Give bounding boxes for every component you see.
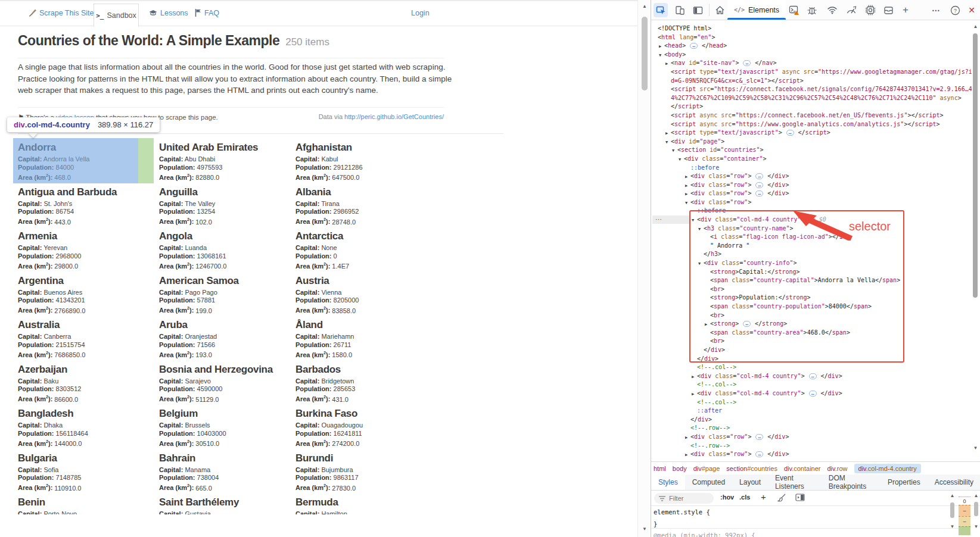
- expand-ellipsis-button[interactable]: …: [809, 373, 817, 379]
- computed-pane-toggle-icon[interactable]: [795, 494, 805, 501]
- dom-tree-line[interactable]: <!DOCTYPE html>: [651, 24, 972, 33]
- dom-tree-line[interactable]: <script async src="https://www.google-an…: [651, 120, 972, 129]
- scroll-up-arrow[interactable]: ▲: [972, 24, 979, 29]
- dom-scrollbar-thumb[interactable]: [973, 33, 978, 298]
- dom-tree-line[interactable]: </h3>: [651, 250, 972, 259]
- dom-tree-scrollbar[interactable]: ▲ ▼: [972, 21, 979, 458]
- scrollbar-thumb[interactable]: [950, 502, 954, 518]
- scroll-down-arrow[interactable]: ▼: [638, 526, 651, 532]
- dom-tree-line[interactable]: </script>: [651, 102, 972, 111]
- dom-tree-line[interactable]: ▶<nav id="site-nav"> … </nav>: [651, 59, 972, 68]
- close-icon[interactable]: ✕: [965, 3, 979, 17]
- dom-tree-line[interactable]: <!--.col-->: [651, 363, 972, 372]
- new-style-rule-icon[interactable]: +: [761, 492, 766, 502]
- collapse-arrow-icon[interactable]: ▼: [659, 51, 664, 60]
- box-model-scrollbar[interactable]: ▲ ▼: [972, 491, 980, 537]
- sidebar-tab-computed[interactable]: Computed: [685, 474, 732, 490]
- dom-tree-line[interactable]: ▼<div id="page">: [651, 138, 972, 146]
- breadcrumb-item[interactable]: div#page: [693, 465, 720, 472]
- dom-tree-line[interactable]: ▼<div class="container">: [651, 155, 972, 164]
- expand-arrow-icon[interactable]: ▶: [685, 182, 690, 191]
- styles-scrollbar[interactable]: ▲ ▼: [948, 491, 956, 537]
- dom-tree-line[interactable]: <script src="https://connect.facebook.ne…: [651, 85, 972, 94]
- breadcrumb-item[interactable]: html: [654, 465, 666, 472]
- sidebar-tab-event-listeners[interactable]: Event Listeners: [768, 474, 822, 490]
- breadcrumb-item[interactable]: div.col-md-4.country: [854, 464, 921, 473]
- nav-lessons-link[interactable]: Lessons: [149, 9, 188, 17]
- dom-tree-line[interactable]: " Andorra ": [651, 242, 972, 251]
- dom-tree-line[interactable]: <strong>Population:</strong>: [651, 294, 972, 302]
- toggle-hov-button[interactable]: :hov: [720, 494, 734, 501]
- expand-ellipsis-button[interactable]: …: [755, 451, 763, 457]
- dom-tree-line[interactable]: ▶<div class="row"> … </div>: [651, 189, 972, 198]
- collapse-arrow-icon[interactable]: ▼: [692, 216, 697, 225]
- home-icon[interactable]: [713, 3, 727, 17]
- more-options-icon[interactable]: ⋯: [929, 3, 943, 17]
- scroll-up-arrow[interactable]: ▲: [638, 4, 651, 9]
- dom-tree-line[interactable]: ▶<head> … </head>: [651, 42, 972, 51]
- collapse-arrow-icon[interactable]: ▼: [679, 155, 684, 164]
- expand-arrow-icon[interactable]: ▶: [685, 451, 690, 460]
- sidebar-tab-layout[interactable]: Layout: [732, 474, 768, 490]
- tab-elements[interactable]: </> Elements: [727, 0, 786, 20]
- expand-ellipsis-button[interactable]: …: [755, 182, 763, 188]
- dom-tree-line[interactable]: ▶<div class="row"> … </div>: [651, 172, 972, 181]
- expand-arrow-icon[interactable]: ▶: [692, 373, 697, 382]
- inspect-element-icon[interactable]: [654, 3, 668, 17]
- page-scrollbar-thumb[interactable]: [642, 17, 648, 90]
- dock-side-icon[interactable]: [690, 3, 705, 17]
- dom-tree-line[interactable]: ::before: [651, 164, 972, 173]
- device-emulation-icon[interactable]: [673, 3, 687, 17]
- network-icon[interactable]: [825, 3, 839, 17]
- data-source-link[interactable]: http://peric.github.io/GetCountries/: [344, 113, 444, 120]
- collapse-arrow-icon[interactable]: ▼: [698, 260, 704, 268]
- expand-arrow-icon[interactable]: ▶: [665, 60, 671, 68]
- expand-arrow-icon[interactable]: ▶: [705, 320, 710, 329]
- sidebar-tab-dom-breakpoints[interactable]: DOM Breakpoints: [822, 474, 881, 490]
- styles-filter-input[interactable]: Filter: [654, 493, 714, 504]
- expand-ellipsis-button[interactable]: …: [743, 321, 751, 327]
- nav-faq-link[interactable]: FAQ: [195, 9, 219, 17]
- dom-tree-line[interactable]: ::after: [651, 407, 972, 416]
- scroll-down-arrow[interactable]: ▼: [972, 524, 980, 529]
- performance-icon[interactable]: [844, 3, 858, 17]
- expand-arrow-icon[interactable]: ▶: [692, 390, 697, 399]
- scroll-up-arrow[interactable]: ▲: [972, 493, 980, 498]
- collapse-arrow-icon[interactable]: ▼: [665, 138, 671, 147]
- expand-arrow-icon[interactable]: ▶: [665, 129, 671, 138]
- expand-arrow-icon[interactable]: ▶: [685, 173, 690, 182]
- expand-ellipsis-button[interactable]: …: [786, 130, 794, 136]
- page-scrollbar[interactable]: ▲ ▼: [637, 0, 651, 537]
- dom-tree-line[interactable]: ▶<div class="col-md-4 country"> … </div>: [651, 372, 972, 381]
- expand-ellipsis-button[interactable]: …: [743, 60, 751, 66]
- dom-tree-line[interactable]: 4%2C77%2C67%2C109%2C59%2C58%2C31%2C96%2C…: [651, 94, 972, 103]
- help-icon[interactable]: ?: [948, 3, 962, 17]
- dom-tree-line[interactable]: ▶<strong> … </strong>: [651, 320, 972, 329]
- sidebar-tab-properties[interactable]: Properties: [881, 474, 928, 490]
- dom-tree-line[interactable]: ▶<div class="row"> … </div>: [651, 433, 972, 442]
- nav-tab-sandbox[interactable]: >_ Sandbox: [94, 4, 139, 27]
- dom-tree-line[interactable]: ▼<div class="country-info">: [651, 259, 972, 268]
- expand-arrow-icon[interactable]: ▶: [659, 42, 664, 51]
- dom-tree-line[interactable]: ▼<div class="row">: [651, 198, 972, 207]
- dom-tree-line[interactable]: <br>: [651, 311, 972, 320]
- dom-tree-line[interactable]: <!--.col-->: [651, 380, 972, 389]
- dom-tree-line[interactable]: <br>: [651, 337, 972, 346]
- memory-icon[interactable]: [863, 3, 878, 17]
- expand-ellipsis-button[interactable]: …: [755, 191, 763, 196]
- expand-ellipsis-button[interactable]: …: [755, 434, 763, 440]
- dom-tree-line[interactable]: ▼<section id="countries">: [651, 146, 972, 155]
- expand-ellipsis-button[interactable]: …: [809, 391, 817, 396]
- console-icon[interactable]: [787, 3, 801, 17]
- dom-tree-line[interactable]: <!--.row-->: [651, 424, 972, 433]
- scrollbar-thumb[interactable]: [974, 502, 978, 516]
- dom-tree-line[interactable]: ▶<script type="text/javascript"> … </scr…: [651, 129, 972, 138]
- element-style-open[interactable]: element.style {: [654, 506, 710, 518]
- collapse-arrow-icon[interactable]: ▼: [672, 146, 677, 155]
- application-storage-icon[interactable]: [881, 3, 895, 17]
- collapse-arrow-icon[interactable]: ▼: [685, 199, 690, 208]
- breadcrumb-item[interactable]: body: [673, 465, 687, 472]
- add-tab-icon[interactable]: +: [898, 3, 913, 17]
- dom-tree-line[interactable]: ▶<div class="row"> … </div>: [651, 181, 972, 190]
- dom-tree-line[interactable]: <span class="country-population">84000</…: [651, 302, 972, 311]
